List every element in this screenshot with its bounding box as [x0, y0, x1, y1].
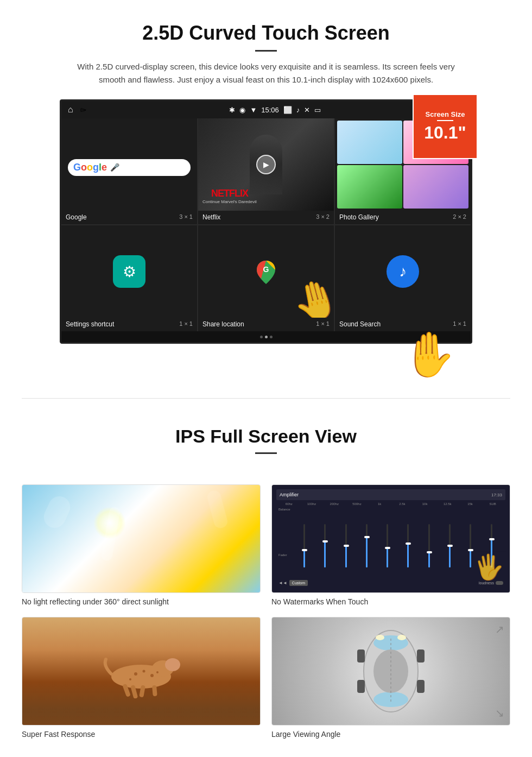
svg-rect-20 [417, 680, 425, 693]
car-visual: ↗ ↘ [272, 617, 510, 725]
home-icon: ⌂ [68, 105, 73, 115]
eq-top-bar: Amplifier 17:33 [276, 489, 505, 500]
feature-item-equalizer: Amplifier 17:33 60hz 100hz 200hz 500hz 1… [271, 484, 510, 606]
feature-label-sunlight: No light reflecting under 360° direct su… [22, 597, 261, 606]
eq-fill-9 [470, 550, 471, 567]
bluetooth-icon: ✱ [229, 106, 235, 114]
eq-handle-1 [302, 549, 307, 551]
gallery-app-name: Photo Gallery [339, 213, 379, 221]
share-location-app-name: Share location [202, 320, 244, 328]
volume-icon: ♪ [296, 106, 300, 114]
gallery-app-size: 2 × 2 [453, 213, 466, 221]
eq-handle-5 [385, 547, 390, 549]
eq-track-8 [449, 524, 451, 567]
svg-point-8 [134, 672, 137, 676]
svg-point-12 [156, 671, 159, 673]
feature-img-cheetah [22, 617, 261, 726]
settings-gear-icon: ⚙ [123, 263, 136, 281]
screen-size-badge: Screen Size 10.1" [413, 94, 478, 159]
eq-loudness-toggle[interactable] [496, 581, 503, 585]
google-app-size: 3 × 1 [179, 213, 193, 221]
section-curved-touch: 2.5D Curved Touch Screen With 2.5D curve… [0, 0, 532, 387]
sound-search-label-row: Sound Search 1 × 1 [335, 318, 471, 331]
svg-rect-18 [417, 649, 425, 663]
svg-point-11 [129, 678, 131, 680]
eq-fill-8 [449, 546, 451, 567]
share-location-app-size: 1 × 1 [316, 320, 330, 328]
app-cell-google[interactable]: Google 🎤 Google 3 × 1 [61, 118, 197, 224]
equalizer-visual: Amplifier 17:33 60hz 100hz 200hz 500hz 1… [272, 485, 510, 592]
eq-track-5 [387, 524, 388, 567]
eq-handle-7 [427, 551, 432, 553]
app-cell-share-location[interactable]: G 🤚 Share location 1 × 1 [198, 225, 334, 331]
section2-title: IPS Full Screen View [22, 426, 510, 447]
music-note-icon: ♪ [399, 263, 407, 280]
eq-fill-5 [387, 548, 388, 567]
feature-item-sunlight: No light reflecting under 360° direct su… [22, 484, 261, 606]
gallery-thumb-1 [337, 121, 402, 164]
mic-icon: 🎤 [110, 163, 119, 172]
app-cell-settings[interactable]: ⚙ Settings shortcut 1 × 1 [61, 225, 197, 331]
eq-track-6 [407, 524, 409, 567]
eq-fill-6 [407, 544, 409, 567]
status-bar-center: ✱ ◉ ▼ 15:06 ⬜ ♪ ✕ ▭ [86, 106, 464, 114]
sound-search-app-size: 1 × 1 [453, 320, 466, 328]
pagination-dot-2 [265, 336, 268, 338]
gallery-thumb-4 [403, 165, 468, 209]
app-cell-sound-search[interactable]: ♪ Sound Search 1 × 1 [335, 225, 471, 331]
netflix-app-name: Netflix [202, 213, 220, 221]
eq-slider-6 [398, 524, 417, 567]
eq-handle-9 [468, 549, 473, 551]
sound-search-icon-bg: ♪ [387, 255, 419, 288]
feature-img-equalizer: Amplifier 17:33 60hz 100hz 200hz 500hz 1… [271, 484, 510, 593]
cheetah-visual [22, 617, 260, 725]
google-search-bar[interactable]: Google 🎤 [68, 159, 191, 176]
share-location-inner: G 🤚 [198, 225, 334, 318]
status-bar-left: ⌂ ⌲ [68, 105, 86, 115]
netflix-app-size: 3 × 2 [316, 213, 330, 221]
netflix-content: ▶ NETFLIX Continue Marvel's Daredevil [198, 118, 334, 211]
feature-label-car: Large Viewing Angle [271, 730, 510, 739]
eq-time-display: 17:33 [491, 493, 502, 497]
app-cell-netflix[interactable]: ▶ NETFLIX Continue Marvel's Daredevil Ne… [198, 118, 334, 224]
ground-dust [22, 709, 260, 725]
netflix-play-button[interactable]: ▶ [256, 155, 276, 174]
eq-custom-button[interactable]: Custom [289, 580, 308, 586]
google-app-name: Google [66, 213, 87, 221]
feature-grid: No light reflecting under 360° direct su… [0, 474, 532, 749]
eq-label-balance: Balance [278, 508, 290, 511]
gallery-label-row: Photo Gallery 2 × 2 [335, 211, 471, 224]
eq-slider-4 [357, 524, 376, 567]
section2-title-underline [255, 452, 277, 454]
title-underline [255, 50, 277, 52]
eq-bottom-controls: ◄◄ Custom loudness [276, 578, 505, 588]
eq-fill-1 [303, 550, 305, 567]
eq-track-9 [470, 524, 471, 567]
google-content: Google 🎤 [61, 148, 197, 181]
svg-point-3 [165, 658, 180, 671]
share-location-content: G 🤚 [198, 225, 334, 318]
google-label-row: Google 3 × 1 [61, 211, 197, 224]
eq-track-2 [324, 524, 326, 567]
screen-frame: ⌂ ⌲ ✱ ◉ ▼ 15:06 ⬜ ♪ ✕ ▭ [60, 99, 472, 344]
window-icon: ▭ [314, 106, 321, 114]
eq-fill-2 [324, 541, 326, 567]
share-location-label-row: Share location 1 × 1 [198, 318, 334, 331]
eq-handle-6 [406, 542, 411, 545]
car-top-view-svg [347, 622, 434, 720]
viewing-angle-indicator: ↗ [495, 623, 504, 636]
screen-mockup: Screen Size 10.1" ⌂ ⌲ ✱ ◉ ▼ 15:06 ⬜ ♪ ✕ [60, 99, 472, 344]
eq-fill-3 [345, 546, 347, 567]
feature-item-cheetah: Super Fast Response [22, 617, 261, 739]
eq-track-3 [345, 524, 347, 567]
close-icon: ✕ [304, 106, 310, 114]
camera-icon: ⬜ [283, 106, 292, 114]
eq-handle-2 [322, 540, 328, 542]
eq-label-fader: Fader [278, 553, 290, 557]
eq-track-7 [428, 524, 430, 567]
light-streak-3 [206, 489, 229, 529]
badge-size: 10.1" [424, 123, 466, 143]
usb-icon: ⌲ [80, 106, 86, 113]
settings-app-inner: ⚙ [61, 225, 197, 318]
settings-app-name: Settings shortcut [66, 320, 114, 328]
